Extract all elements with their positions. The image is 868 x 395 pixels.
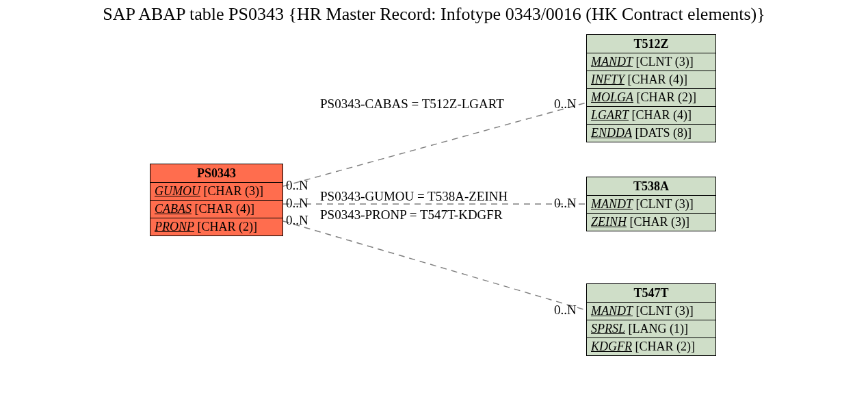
svg-line-0 — [283, 103, 586, 186]
field-type: [CHAR (3)] — [630, 215, 690, 229]
field-type: [CHAR (2)] — [635, 340, 696, 353]
field-type: [CHAR (4)] — [195, 202, 255, 216]
relation-label: PS0343-PRONP = T547T-KDGFR — [320, 207, 503, 222]
table-row: SPRSL [LANG (1)] — [587, 320, 715, 338]
table-row: INFTY [CHAR (4)] — [587, 71, 715, 89]
table-row: KDGFR [CHAR (2)] — [587, 338, 715, 355]
table-t512z: T512Z MANDT [CLNT (3)] INFTY [CHAR (4)] … — [586, 34, 716, 142]
table-ps0343: PS0343 GUMOU [CHAR (3)] CABAS [CHAR (4)]… — [150, 164, 283, 236]
cardinality-right: 0..N — [554, 303, 577, 318]
table-header: T538A — [587, 177, 715, 196]
field-name: MANDT — [591, 197, 633, 211]
table-row: ENDDA [DATS (8)] — [587, 125, 715, 142]
field-name: LGART — [591, 108, 629, 122]
field-type: [CHAR (3)] — [204, 184, 264, 198]
table-header: T547T — [587, 284, 715, 303]
table-row: MOLGA [CHAR (2)] — [587, 89, 715, 107]
field-name: MOLGA — [591, 90, 633, 104]
field-name: PRONP — [155, 220, 194, 233]
table-header: PS0343 — [150, 164, 282, 183]
field-type: [CHAR (4)] — [628, 73, 688, 86]
field-name: MANDT — [591, 304, 633, 318]
field-type: [CHAR (2)] — [637, 90, 697, 104]
table-t547t: T547T MANDT [CLNT (3)] SPRSL [LANG (1)] … — [586, 283, 716, 356]
field-type: [CLNT (3)] — [636, 55, 694, 68]
svg-line-2 — [283, 221, 586, 310]
relation-label: PS0343-CABAS = T512Z-LGART — [320, 97, 504, 112]
field-name: INFTY — [591, 73, 624, 86]
field-type: [LANG (1)] — [629, 322, 688, 335]
field-name: CABAS — [155, 202, 192, 216]
table-row: LGART [CHAR (4)] — [587, 107, 715, 125]
field-type: [CHAR (2)] — [198, 220, 258, 233]
table-header: T512Z — [587, 35, 715, 53]
cardinality-right: 0..N — [554, 97, 577, 112]
table-t538a: T538A MANDT [CLNT (3)] ZEINH [CHAR (3)] — [586, 177, 716, 231]
field-name: SPRSL — [591, 322, 625, 335]
table-row: MANDT [CLNT (3)] — [587, 196, 715, 214]
cardinality-left: 0..N — [286, 213, 308, 228]
table-row: PRONP [CHAR (2)] — [150, 218, 282, 235]
field-type: [CHAR (4)] — [632, 108, 692, 122]
cardinality-left: 0..N — [286, 196, 308, 211]
field-name: ZEINH — [591, 215, 627, 229]
field-name: KDGFR — [591, 340, 632, 353]
field-name: GUMOU — [155, 184, 200, 198]
field-name: ENDDA — [591, 126, 632, 140]
table-row: CABAS [CHAR (4)] — [150, 201, 282, 218]
table-row: GUMOU [CHAR (3)] — [150, 183, 282, 201]
table-row: MANDT [CLNT (3)] — [587, 303, 715, 320]
diagram-title: SAP ABAP table PS0343 {HR Master Record:… — [0, 4, 868, 25]
field-type: [CLNT (3)] — [636, 197, 694, 211]
field-type: [CLNT (3)] — [636, 304, 694, 318]
cardinality-left: 0..N — [286, 178, 308, 193]
table-row: ZEINH [CHAR (3)] — [587, 214, 715, 231]
cardinality-right: 0..N — [554, 196, 577, 211]
field-name: MANDT — [591, 55, 633, 68]
diagram-canvas: SAP ABAP table PS0343 {HR Master Record:… — [0, 0, 868, 395]
relation-label: PS0343-GUMOU = T538A-ZEINH — [320, 189, 508, 204]
field-type: [DATS (8)] — [635, 126, 692, 140]
table-row: MANDT [CLNT (3)] — [587, 53, 715, 71]
